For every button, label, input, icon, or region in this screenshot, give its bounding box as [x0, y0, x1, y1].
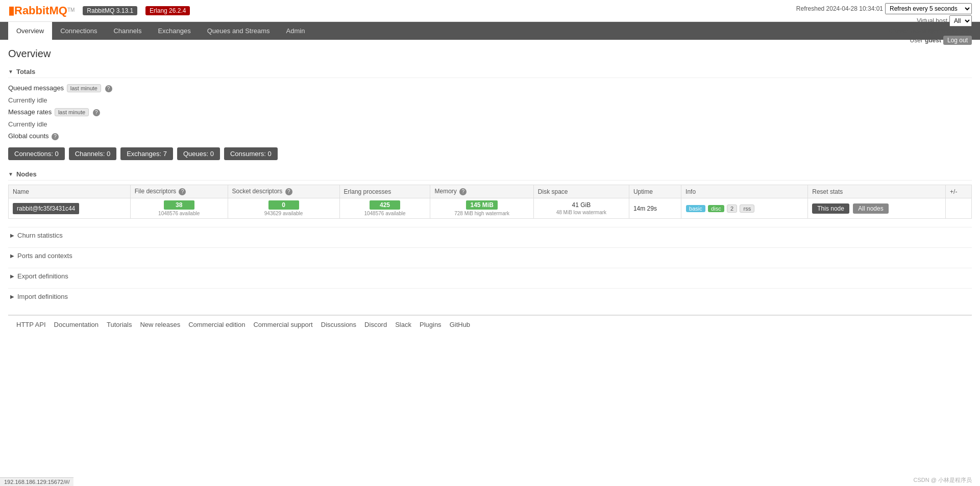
totals-label: Totals	[16, 68, 35, 75]
main-content: Overview ▼ Totals Queued messages last m…	[0, 40, 980, 342]
footer-discord[interactable]: Discord	[364, 321, 387, 328]
disk-space-sub: 48 MiB low watermark	[556, 210, 606, 215]
message-rates-tag[interactable]: last minute	[55, 108, 89, 116]
vhost-label: Virtual host	[917, 17, 947, 24]
ports-arrow: ▶	[10, 253, 14, 259]
footer-commercial-edition[interactable]: Commercial edition	[188, 321, 245, 328]
export-definitions-section: ▶ Export definitions	[8, 268, 972, 284]
footer-documentation[interactable]: Documentation	[54, 321, 99, 328]
export-arrow: ▶	[10, 273, 14, 279]
global-counts-help[interactable]: ?	[52, 133, 59, 140]
col-memory: Memory ?	[430, 185, 533, 198]
queued-messages-row: Queued messages last minute ?	[8, 82, 972, 94]
disk-space-value: 41 GiB	[572, 201, 591, 209]
col-uptime: Uptime	[629, 185, 681, 198]
nodes-section: ▼ Nodes Name File descriptors ? Socket d…	[8, 168, 972, 219]
col-reset-stats: Reset stats	[808, 185, 946, 198]
user-label: User	[910, 37, 923, 44]
socket-desc-sub: 943629 available	[264, 211, 303, 216]
message-rates-help[interactable]: ?	[93, 109, 100, 116]
logout-button[interactable]: Log out	[943, 36, 972, 45]
footer-tutorials[interactable]: Tutorials	[107, 321, 132, 328]
totals-arrow: ▼	[8, 69, 13, 74]
plus-minus-cell	[946, 198, 972, 219]
ports-contexts-header[interactable]: ▶ Ports and contexts	[8, 248, 972, 264]
cluster-label: Cluster	[889, 28, 909, 35]
footer-new-releases[interactable]: New releases	[140, 321, 180, 328]
memory-help[interactable]: ?	[459, 188, 467, 195]
col-disk-space: Disk space	[533, 185, 629, 198]
erlang-version: Erlang 26.2.4	[145, 6, 190, 15]
nodes-arrow: ▼	[8, 171, 13, 177]
col-info: Info	[681, 185, 808, 198]
footer-slack[interactable]: Slack	[395, 321, 411, 328]
nodes-label: Nodes	[16, 170, 37, 178]
socket-desc-help[interactable]: ?	[285, 188, 292, 195]
message-rates-row: Message rates last minute ?	[8, 106, 972, 118]
erlang-proc-cell: 425 1048576 available	[339, 198, 430, 219]
footer-discussions[interactable]: Discussions	[321, 321, 356, 328]
col-socket-desc: Socket descriptors ?	[228, 185, 339, 198]
disk-space-cell: 41 GiB 48 MiB low watermark	[533, 198, 629, 219]
import-definitions-section: ▶ Import definitions	[8, 288, 972, 304]
nav-exchanges[interactable]: Exchanges	[150, 22, 199, 40]
global-counts-row: Global counts ?	[8, 130, 972, 142]
import-arrow: ▶	[10, 294, 14, 299]
message-rates-label: Message rates	[8, 108, 52, 116]
nav-connections[interactable]: Connections	[52, 22, 105, 40]
memory-cell: 145 MiB 728 MiB high watermark	[430, 198, 533, 219]
uptime-cell: 14m 29s	[629, 198, 681, 219]
message-rates-status: Currently idle	[8, 118, 972, 130]
nav-channels[interactable]: Channels	[105, 22, 150, 40]
footer: HTTP API Documentation Tutorials New rel…	[8, 315, 972, 334]
logo-area: ▮RabbitMQTM RabbitMQ 3.13.1 Erlang 26.2.…	[8, 4, 190, 17]
logo-tm: TM	[67, 7, 75, 13]
table-row: rabbit@fc35f3431c44 38 1048576 available…	[9, 198, 972, 219]
nav-overview[interactable]: Overview	[8, 22, 52, 40]
this-node-button[interactable]: This node	[812, 203, 849, 214]
footer-commercial-support[interactable]: Commercial support	[253, 321, 312, 328]
exchanges-count-btn[interactable]: Exchanges: 7	[120, 147, 173, 160]
all-nodes-button[interactable]: All nodes	[853, 203, 888, 214]
totals-section: ▼ Totals Queued messages last minute ? C…	[8, 66, 972, 160]
queued-messages-help[interactable]: ?	[105, 85, 112, 92]
queued-status-text: Currently idle	[8, 96, 47, 104]
churn-statistics-section: ▶ Churn statistics	[8, 227, 972, 243]
cluster-value: rabbit@fc35f3431c44	[911, 28, 972, 35]
footer-plugins[interactable]: Plugins	[420, 321, 442, 328]
info-num-tag: 2	[727, 204, 737, 213]
reset-stats-cell: This node All nodes	[808, 198, 946, 219]
queues-count-btn[interactable]: Queues: 0	[177, 147, 220, 160]
footer-github[interactable]: GitHub	[450, 321, 470, 328]
refreshed-label: Refreshed 2024-04-28 10:34:01	[796, 5, 883, 12]
channels-count-btn[interactable]: Channels: 0	[69, 147, 116, 160]
export-definitions-header[interactable]: ▶ Export definitions	[8, 268, 972, 284]
churn-statistics-label: Churn statistics	[17, 232, 63, 239]
ports-contexts-label: Ports and contexts	[17, 252, 72, 260]
vhost-select[interactable]: All	[949, 15, 972, 27]
global-counts-label: Global counts	[8, 132, 49, 140]
col-plus-minus[interactable]: +/-	[946, 185, 972, 198]
memory-sub: 728 MiB high watermark	[454, 211, 509, 216]
socket-desc-cell: 0 943629 available	[228, 198, 339, 219]
export-definitions-label: Export definitions	[17, 272, 68, 280]
file-desc-help[interactable]: ?	[179, 188, 186, 195]
col-file-desc: File descriptors ?	[130, 185, 228, 198]
node-name: rabbit@fc35f3431c44	[13, 203, 79, 214]
node-name-cell[interactable]: rabbit@fc35f3431c44	[9, 198, 131, 219]
col-erlang-proc: Erlang processes	[339, 185, 430, 198]
connections-count-btn[interactable]: Connections: 0	[8, 147, 65, 160]
nav-queues-streams[interactable]: Queues and Streams	[199, 22, 278, 40]
ports-contexts-section: ▶ Ports and contexts	[8, 247, 972, 264]
footer-http-api[interactable]: HTTP API	[16, 321, 46, 328]
import-definitions-header[interactable]: ▶ Import definitions	[8, 289, 972, 304]
churn-arrow: ▶	[10, 233, 14, 238]
nav-admin[interactable]: Admin	[278, 22, 313, 40]
consumers-count-btn[interactable]: Consumers: 0	[224, 147, 278, 160]
message-rates-status-text: Currently idle	[8, 120, 47, 128]
queued-messages-tag[interactable]: last minute	[67, 84, 101, 92]
refresh-select[interactable]: Refresh every 5 seconds Refresh every 10…	[885, 3, 972, 14]
churn-statistics-header[interactable]: ▶ Churn statistics	[8, 227, 972, 243]
nodes-header[interactable]: ▼ Nodes	[8, 168, 972, 181]
totals-header[interactable]: ▼ Totals	[8, 66, 972, 78]
